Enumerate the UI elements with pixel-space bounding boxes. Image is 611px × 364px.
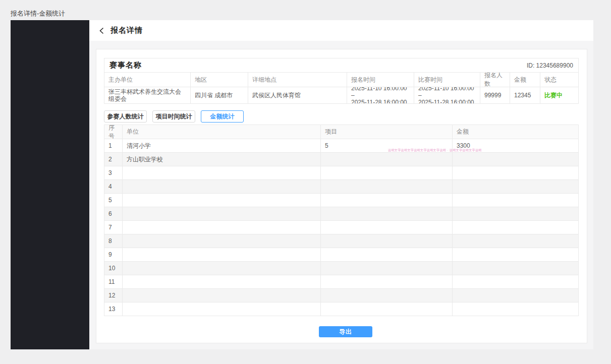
item-count-cell xyxy=(320,262,452,275)
row-index-cell: 13 xyxy=(104,302,122,316)
item-count-cell xyxy=(320,194,452,207)
unit-cell xyxy=(122,262,320,275)
item-count-cell xyxy=(320,153,452,166)
window-label: 报名详情-金额统计 xyxy=(11,9,65,18)
amount-cell xyxy=(452,207,578,220)
unit-cell xyxy=(122,248,320,261)
row-index-cell: 5 xyxy=(104,194,122,207)
amount-cell xyxy=(452,153,578,166)
amount-cell xyxy=(452,262,578,275)
tab-参赛人数统计[interactable]: 参赛人数统计 xyxy=(104,110,147,123)
unit-cell: 方山职业学校 xyxy=(122,153,320,166)
event-id: ID: 12345689900 xyxy=(527,62,573,69)
stats-header-row: 序号单位项目金额 xyxy=(104,125,578,139)
table-row: 1清河小学53300 xyxy=(104,139,578,152)
export-button[interactable]: 导出 xyxy=(319,326,372,337)
row-index-cell: 3 xyxy=(104,166,122,179)
table-row: 10 xyxy=(104,261,578,275)
row-index-cell: 12 xyxy=(104,289,122,302)
amount-cell xyxy=(452,302,578,316)
unit-cell: 清河小学 xyxy=(122,139,320,152)
row-index-cell: 10 xyxy=(104,262,122,275)
info-col-header: 报名人数 xyxy=(480,73,510,87)
row-index-cell: 9 xyxy=(104,248,122,261)
item-count-cell xyxy=(320,234,452,248)
info-col-header: 报名时间 xyxy=(347,73,414,87)
page: 报名详情-金额统计 报名详情 赛事名称 ID: 12345689900 主办单位… xyxy=(0,0,611,364)
item-count-cell xyxy=(320,248,452,261)
row-index-cell: 2 xyxy=(104,153,122,166)
event-status-value: 比赛中 xyxy=(540,87,578,103)
table-row: 11 xyxy=(104,275,578,288)
item-count-cell xyxy=(320,289,452,302)
tab-项目时间统计[interactable]: 项目时间统计 xyxy=(152,110,195,123)
table-row: 7 xyxy=(104,220,578,234)
amount-stats-table: 序号单位项目金额1清河小学533002方山职业学校345678910111213 xyxy=(104,125,579,316)
item-count-cell xyxy=(320,180,452,193)
stats-col-header: 项目 xyxy=(320,125,452,139)
info-cell-value: 99999 xyxy=(480,87,510,103)
info-col-header: 详细地点 xyxy=(248,73,347,87)
tab-金额统计[interactable]: 金额统计 xyxy=(201,110,244,123)
info-col-header: 地区 xyxy=(190,73,248,87)
page-header: 报名详情 xyxy=(89,20,593,41)
table-row: 5 xyxy=(104,193,578,207)
unit-cell xyxy=(122,166,320,179)
info-cell-value: 武侯区人民体育馆 xyxy=(248,87,347,103)
event-info-value-row: 张三丰杯武术养生交流大会组委会四川省 成都市武侯区人民体育馆2025-11-10… xyxy=(104,87,578,103)
info-col-header: 比赛时间 xyxy=(414,73,480,87)
amount-cell xyxy=(452,221,578,234)
event-info-header-row: 主办单位地区详细地点报名时间比赛时间报名人数金额状态 xyxy=(104,72,578,87)
table-row: 2方山职业学校 xyxy=(104,152,578,166)
event-info-table: 赛事名称 ID: 12345689900 主办单位地区详细地点报名时间比赛时间报… xyxy=(104,58,579,104)
amount-cell xyxy=(452,289,578,302)
back-button[interactable]: 报名详情 xyxy=(98,26,143,35)
table-row: 4 xyxy=(104,179,578,193)
sidebar xyxy=(11,20,89,349)
row-index-cell: 1 xyxy=(104,139,122,152)
row-index-cell: 6 xyxy=(104,207,122,220)
amount-cell xyxy=(452,166,578,179)
table-row: 6 xyxy=(104,207,578,220)
item-count-cell xyxy=(320,207,452,220)
item-count-cell xyxy=(320,166,452,179)
event-name-label: 赛事名称 xyxy=(109,60,142,70)
main-content: 报名详情 赛事名称 ID: 12345689900 主办单位地区详细地点报名时间… xyxy=(89,20,593,349)
info-cell-value: 2025-11-10 16:00:00 – 2025-11-28 16:00:0… xyxy=(347,87,414,103)
unit-cell xyxy=(122,302,320,316)
stat-tabs: 参赛人数统计项目时间统计金额统计 xyxy=(104,110,249,123)
amount-cell xyxy=(452,180,578,193)
unit-cell xyxy=(122,207,320,220)
table-row: 13 xyxy=(104,302,578,316)
unit-cell xyxy=(122,234,320,248)
info-col-header: 主办单位 xyxy=(104,73,190,87)
page-title: 报名详情 xyxy=(110,26,143,35)
table-row: 9 xyxy=(104,248,578,261)
amount-cell xyxy=(452,234,578,248)
table-row: 8 xyxy=(104,234,578,248)
info-cell-value: 2025-11-10 16:00:00 – 2025-11-28 16:00:0… xyxy=(414,87,480,103)
item-count-cell xyxy=(320,221,452,234)
row-index-cell: 4 xyxy=(104,180,122,193)
item-count-cell xyxy=(320,275,452,288)
row-index-cell: 7 xyxy=(104,221,122,234)
stats-col-header: 单位 xyxy=(122,125,320,139)
unit-cell xyxy=(122,194,320,207)
table-row: 3 xyxy=(104,166,578,179)
row-index-cell: 8 xyxy=(104,234,122,248)
info-cell-value: 张三丰杯武术养生交流大会组委会 xyxy=(104,87,190,103)
stats-col-header: 金额 xyxy=(452,125,578,139)
info-col-header: 状态 xyxy=(540,73,578,87)
amount-cell xyxy=(452,275,578,288)
event-card: 赛事名称 ID: 12345689900 主办单位地区详细地点报名时间比赛时间报… xyxy=(96,49,587,343)
amount-cell xyxy=(452,248,578,261)
unit-cell xyxy=(122,221,320,234)
row-index-cell: 11 xyxy=(104,275,122,288)
info-cell-value: 12345 xyxy=(510,87,540,103)
info-col-header: 金额 xyxy=(510,73,540,87)
info-cell-value: 四川省 成都市 xyxy=(190,87,248,103)
unit-cell xyxy=(122,180,320,193)
amount-cell xyxy=(452,194,578,207)
chevron-left-icon xyxy=(98,27,105,34)
stats-col-header: 序号 xyxy=(104,125,122,139)
